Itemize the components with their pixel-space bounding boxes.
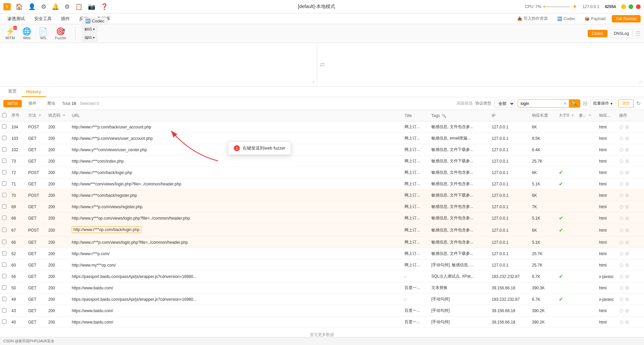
row-url[interactable]: http://www.r***p.com/back/user_account.p… bbox=[70, 121, 402, 133]
action-add-icon[interactable]: ⊕ bbox=[625, 250, 629, 257]
row-url[interactable]: http://www.r***op.com/back/login.php bbox=[70, 224, 402, 237]
tags-filter-icon[interactable]: 🔍 bbox=[442, 114, 446, 118]
row-url[interactable]: http://www.my***op.com/ bbox=[70, 260, 402, 271]
row-url[interactable]: http://www.r***p.com/ bbox=[70, 248, 402, 260]
row-checkbox[interactable] bbox=[2, 181, 6, 186]
clear-btn[interactable]: 清空 bbox=[618, 99, 634, 108]
row-checkbox[interactable] bbox=[2, 216, 6, 220]
codec-right-btn[interactable]: Codec bbox=[588, 30, 607, 37]
menu-security-tools[interactable]: 安全工具 bbox=[30, 14, 56, 23]
codec-output[interactable] bbox=[329, 44, 643, 85]
select-all-checkbox[interactable] bbox=[2, 113, 6, 117]
codec-menu-btn[interactable]: 🔤 Codec bbox=[554, 15, 579, 22]
settings-icon[interactable]: ⚙ bbox=[41, 3, 46, 10]
row-checkbox[interactable] bbox=[2, 124, 6, 129]
row-url[interactable]: https://www.baidu.com/ bbox=[70, 317, 402, 328]
action-send-icon[interactable]: ⊙ bbox=[619, 296, 624, 302]
action-add-icon[interactable]: ⊕ bbox=[625, 124, 629, 130]
filter-icon-btn[interactable]: ⊟ bbox=[583, 100, 587, 107]
row-url[interactable]: http://www.r***com/back/login.php bbox=[70, 167, 402, 178]
action-add-icon[interactable]: ⊕ bbox=[625, 319, 629, 325]
row-checkbox[interactable] bbox=[2, 204, 6, 209]
action-add-icon[interactable]: ⊕ bbox=[625, 307, 629, 314]
search-clear-btn[interactable]: ✕ bbox=[561, 101, 569, 106]
row-checkbox[interactable] bbox=[2, 147, 6, 152]
action-add-icon[interactable]: ⊕ bbox=[625, 262, 629, 268]
tab-home[interactable]: 首页 bbox=[3, 86, 21, 97]
mitm-tool[interactable]: ⚡ × MITM bbox=[3, 26, 17, 41]
maximize-button[interactable] bbox=[629, 4, 633, 9]
row-checkbox[interactable] bbox=[2, 228, 6, 232]
row-url[interactable]: https://passport.baidu.com/passApi/js/wr… bbox=[70, 294, 402, 305]
action-send-icon[interactable]: ⊙ bbox=[619, 204, 624, 210]
row-url[interactable]: http://www.s***p.com/views/register.php bbox=[70, 201, 402, 213]
codec-right-expand[interactable]: ⤢ bbox=[639, 79, 643, 85]
action-add-icon[interactable]: ⊕ bbox=[625, 215, 629, 221]
batch-ops-btn[interactable]: 批量操作 ▾ bbox=[590, 99, 615, 108]
action-add-icon[interactable]: ⊕ bbox=[625, 296, 629, 302]
action-send-icon[interactable]: ⊙ bbox=[619, 181, 624, 187]
action-add-icon[interactable]: ⊕ bbox=[625, 273, 629, 280]
ref-filter-icon[interactable]: ▼ bbox=[588, 113, 592, 117]
dnslog-tab[interactable]: DNSLog bbox=[610, 30, 633, 38]
row-checkbox[interactable] bbox=[2, 136, 6, 140]
action-add-icon[interactable]: ⊕ bbox=[625, 285, 629, 291]
action-send-icon[interactable]: ⊙ bbox=[619, 192, 624, 198]
row-url[interactable]: http://www.y***op.com/views/login.php?fi… bbox=[70, 213, 402, 224]
action-send-icon[interactable]: ⊙ bbox=[619, 215, 624, 221]
row-checkbox[interactable] bbox=[2, 274, 6, 278]
row-url[interactable]: https://www.baidu.com/ bbox=[70, 282, 402, 294]
row-checkbox[interactable] bbox=[2, 251, 6, 255]
row-url[interactable]: http://www.n***p.com/views/login.php?fil… bbox=[70, 237, 402, 248]
row-checkbox[interactable] bbox=[2, 263, 6, 267]
ge0-filter-icon[interactable]: ▼ bbox=[571, 113, 575, 117]
minimize-button[interactable] bbox=[621, 4, 626, 9]
codec-input[interactable] bbox=[1, 44, 316, 85]
web-tool[interactable]: 🌐 Web bbox=[20, 26, 33, 41]
payload-menu-btn[interactable]: 📦 Payload bbox=[581, 15, 609, 22]
row-checkbox[interactable] bbox=[2, 297, 6, 301]
encode-btn[interactable]: 编码 ▾ bbox=[82, 34, 97, 41]
row-url[interactable]: https://passport.baidu.com/passApi/js/wr… bbox=[70, 271, 402, 282]
notification-icon[interactable]: 🔔 bbox=[52, 3, 59, 10]
filter-tab-mitm[interactable]: MITM bbox=[3, 100, 22, 107]
close-button[interactable] bbox=[636, 4, 641, 9]
action-send-icon[interactable]: ⊙ bbox=[619, 227, 624, 233]
action-add-icon[interactable]: ⊕ bbox=[625, 204, 629, 210]
menu-pentest[interactable]: 渗透测试 bbox=[3, 14, 29, 23]
terminal-icon[interactable]: 📋 bbox=[75, 3, 83, 10]
user-icon[interactable]: 👤 bbox=[28, 3, 36, 10]
action-send-icon[interactable]: ⊙ bbox=[619, 158, 624, 164]
action-send-icon[interactable]: ⊙ bbox=[619, 262, 624, 268]
row-checkbox[interactable] bbox=[2, 320, 6, 324]
tools-icon[interactable]: ⚙ bbox=[64, 3, 70, 10]
filter-tab-plugin[interactable]: 插件 bbox=[24, 99, 41, 108]
action-send-icon[interactable]: ⊙ bbox=[619, 147, 624, 153]
settings-right-icon[interactable]: ☰ bbox=[635, 30, 641, 37]
help-icon[interactable]: ❓ bbox=[101, 3, 108, 10]
filter-tab-spider[interactable]: 爬虫 bbox=[43, 99, 59, 108]
refresh-btn[interactable]: ↻ bbox=[636, 100, 641, 107]
action-add-icon[interactable]: ⊕ bbox=[625, 169, 629, 176]
tab-history[interactable]: History bbox=[21, 87, 46, 97]
camera-icon[interactable]: 📷 bbox=[88, 3, 95, 10]
row-url[interactable]: https://www.baidu.com/ bbox=[70, 305, 402, 317]
action-add-icon[interactable]: ⊕ bbox=[625, 181, 629, 187]
import-collab-btn[interactable]: 📥 导入协作资源 bbox=[514, 14, 551, 23]
method-filter-icon[interactable]: ▼ bbox=[38, 113, 42, 117]
row-checkbox[interactable] bbox=[2, 308, 6, 312]
action-send-icon[interactable]: ⊙ bbox=[619, 169, 624, 176]
status-filter-icon[interactable]: ▼ bbox=[62, 113, 66, 117]
search-input[interactable] bbox=[518, 100, 561, 107]
row-checkbox[interactable] bbox=[2, 285, 6, 290]
action-send-icon[interactable]: ⊙ bbox=[619, 285, 624, 291]
row-url[interactable]: http://www.r***com/back/register.php bbox=[70, 190, 402, 201]
action-add-icon[interactable]: ⊕ bbox=[625, 192, 629, 198]
fuzzer-tool[interactable]: 🎯 Fuzzer bbox=[53, 26, 68, 41]
search-button[interactable]: 🔍 bbox=[569, 100, 580, 107]
action-add-icon[interactable]: ⊕ bbox=[625, 239, 629, 245]
codec-swap-btn[interactable]: ⇄ bbox=[317, 43, 327, 86]
row-checkbox[interactable] bbox=[2, 240, 6, 244]
ws-tool[interactable]: 📄 WS bbox=[37, 26, 50, 41]
home-icon[interactable]: 🏠 bbox=[15, 3, 23, 10]
